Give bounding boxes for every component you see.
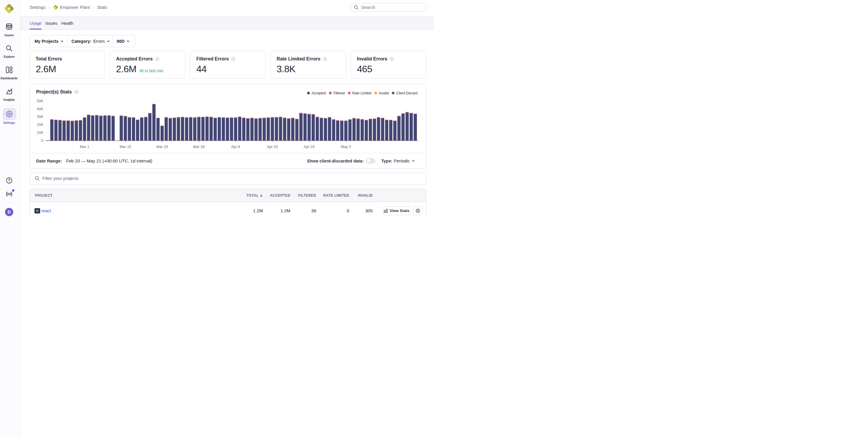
svg-text:Mar 19: Mar 19 xyxy=(156,144,168,148)
svg-text:0: 0 xyxy=(41,138,43,142)
svg-text:Mar 28: Mar 28 xyxy=(193,144,205,148)
svg-text:Apr 24: Apr 24 xyxy=(304,144,314,148)
svg-text:May 3: May 3 xyxy=(341,144,351,148)
svg-text:Apr 15: Apr 15 xyxy=(267,144,278,148)
svg-text:?: ? xyxy=(8,178,10,182)
svg-text:Mar 1: Mar 1 xyxy=(80,144,89,148)
svg-text:20K: 20K xyxy=(37,123,44,127)
svg-text:Apr 6: Apr 6 xyxy=(231,144,240,148)
svg-text:10K: 10K xyxy=(37,130,44,134)
svg-text:40K: 40K xyxy=(37,107,44,111)
svg-text:Mar 10: Mar 10 xyxy=(120,144,131,148)
svg-text:30K: 30K xyxy=(37,115,44,119)
svg-text:50K: 50K xyxy=(37,99,44,103)
